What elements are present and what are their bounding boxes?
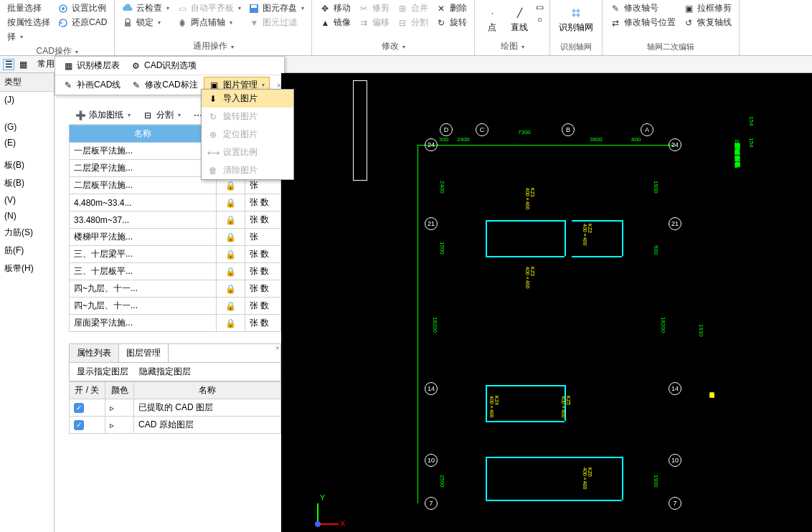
save-element-button[interactable]: 图元存盘▾ [245,1,307,15]
sidebar-item[interactable]: (N) [0,208,54,224]
add-drawing-button[interactable]: ➕添加图纸▾ [70,108,135,123]
dimension: 1900 [653,181,659,194]
sidebar-item[interactable]: 板带(H) [0,260,54,277]
select-by-attr-button[interactable]: 按属性选择 [4,16,53,29]
tab-layers[interactable]: 图层管理 [119,344,169,362]
batch-select-button[interactable]: 批量选择 [4,1,53,15]
axis-bubble: 21 [425,217,438,230]
show-layer-button[interactable]: 显示指定图层 [72,365,133,378]
sidebar-item[interactable]: 力筋(S) [0,224,54,242]
merge-button[interactable]: ⊞合并 [394,1,431,15]
edit-pos-icon: ⇄ [610,17,621,29]
mirror-button[interactable]: ▲镜像 [316,16,354,29]
sidebar-item[interactable]: (J) [0,92,54,108]
cloud-check-button[interactable]: 云检查▾ [119,1,172,15]
col-onoff[interactable]: 开 / 关 [70,382,105,399]
close-icon[interactable]: × [275,343,280,352]
table-row[interactable]: 三、十层板平...🔒张 数 [70,263,281,280]
lock-button[interactable]: 锁定▾ [119,16,172,29]
svg-rect-4 [251,5,257,8]
line-button[interactable]: ╱直线 [506,1,532,39]
sidebar-item[interactable]: 筋(F) [0,242,54,260]
sidebar-item[interactable] [0,151,54,156]
rotate-icon: ↻ [207,111,219,123]
trim-button[interactable]: ✂修剪 [355,1,392,15]
move-button[interactable]: ✥移动 [316,1,354,15]
select-button[interactable]: 择▾ [4,30,53,44]
layer-table: 开 / 关 颜色 名称 ✓▹已提取的 CAD 图层✓▹CAD 原始图层 [69,381,281,434]
menu-set-scale[interactable]: ⟷设置比例 [202,143,293,161]
axis-bubble: 7 [425,497,438,510]
split-drawing-button[interactable]: ⊟分割▾ [138,108,185,123]
annotation: KZ4 400×400 [489,396,499,417]
table-row[interactable]: ✓▹已提取的 CAD 图层 [70,399,281,417]
sidebar-item[interactable]: (V) [0,192,54,208]
point-button[interactable]: ·点 [479,1,505,39]
gear-icon [57,3,69,14]
table-row[interactable]: 屋面梁平法施...🔒张 数 [70,315,281,332]
edit-axis-num-button[interactable]: ✎修改轴号 [607,1,679,15]
axis-bubble: B [562,123,575,136]
menu-clear-image[interactable]: 🗑清除图片 [202,161,293,179]
list-view-icon[interactable]: ☰ [3,59,14,70]
two-point-axis-button[interactable]: ⋕两点辅轴▾ [174,16,244,29]
merge-icon: ⊞ [397,3,408,14]
recognize-grid-button[interactable]: 识别轴网 [554,1,598,40]
table-row[interactable]: 三、十层梁平...🔒张 数 [70,246,281,263]
line-icon: ╱ [511,4,528,22]
grid-view-icon[interactable]: ▦ [17,59,29,70]
image-manage-menu: ⬇导入图片 ↻旋转图片 ⊕定位图片 ⟷设置比例 🗑清除图片 [201,89,294,180]
hide-layer-button[interactable]: 隐藏指定图层 [135,365,195,378]
sidebar-item[interactable]: (G) [0,119,54,135]
ribbon-group-label: 修改 ▾ [316,39,470,54]
axis-bubble: 24 [669,138,681,151]
dimension: 7300 [518,129,531,136]
table-row[interactable]: 四~九层、十一...🔒张 数 [70,280,281,298]
dimension: 3800 [590,136,603,143]
menu-locate-image[interactable]: ⊕定位图片 [202,125,293,143]
restore-icon [57,17,69,29]
sidebar-item[interactable] [0,113,54,119]
table-row[interactable]: ✓▹CAD 原始图层 [70,417,281,434]
dimension: 2400 [439,181,445,194]
sidebar-item[interactable]: 板(B) [0,174,54,192]
section-marker [353,80,367,181]
ribbon-group-select: 批量选择 按属性选择 择▾ 设置比例 还原CAD CAD操作 ▾ [0,0,115,55]
col-name[interactable]: 名称 [134,382,281,399]
col-name[interactable]: 名称 [70,125,217,143]
dimension: 1500 [439,242,445,255]
split-button[interactable]: ⊟分割 [394,16,431,29]
menu-import-image[interactable]: ⬇导入图片 [202,90,293,108]
edit-cad-note-button[interactable]: ✎修改CAD标注 [126,77,202,92]
bottom-tabs: 属性列表 图层管理 [69,343,281,363]
note-icon: ✎ [131,80,142,91]
sidebar-item[interactable]: (E) [0,135,54,151]
restore-axis-icon: ↺ [683,17,694,29]
delete-button[interactable]: ✕删除 [433,1,470,15]
restore-cad-button[interactable]: 还原CAD [55,16,110,29]
table-row[interactable]: 楼梯甲平法施...🔒张 [70,229,281,246]
auto-align-button[interactable]: ▭自动平齐板▾ [174,1,244,15]
rotate-button[interactable]: ↻旋转 [433,16,470,29]
table-row[interactable]: 33.480m~37...🔒张 数 [70,212,281,229]
restore-axis-button[interactable]: ↺恢复轴线 [680,16,735,29]
filter-element-button[interactable]: ▼图元过滤 [245,16,307,29]
offset-button[interactable]: ⇉偏移 [355,16,392,29]
draw-cad-line-button[interactable]: ✎补画CAD线 [58,77,125,92]
menu-rotate-image[interactable]: ↻旋转图片 [202,108,293,125]
edit-axis-pos-button[interactable]: ⇄修改轴号位置 [607,16,679,29]
sidebar-item[interactable] [0,108,54,113]
table-row[interactable]: 4.480m~33.4...🔒张 数 [70,194,281,212]
split-icon: ⊟ [142,110,154,121]
table-icon: ▦ [62,60,74,72]
col-color[interactable]: 颜色 [105,382,134,399]
recognize-floor-table-button[interactable]: ▦识别楼层表 [58,58,124,73]
tab-attributes[interactable]: 属性列表 [70,344,119,362]
set-scale-button[interactable]: 设置比例 [55,1,110,15]
cad-recognize-options-button[interactable]: ⚙CAD识别选项 [126,58,201,73]
cad-canvas[interactable]: 24 21 14 10 7 24 21 14 10 7 D C B A 300 … [281,73,812,532]
sidebar-item[interactable]: 板(B) [0,156,54,174]
table-row[interactable]: 四~九层、十一...🔒张 数 [70,298,281,315]
box-trim-button[interactable]: ▣拉框修剪 [680,1,735,15]
ribbon-group-recognize: 识别轴网 识别轴网 [550,0,603,55]
